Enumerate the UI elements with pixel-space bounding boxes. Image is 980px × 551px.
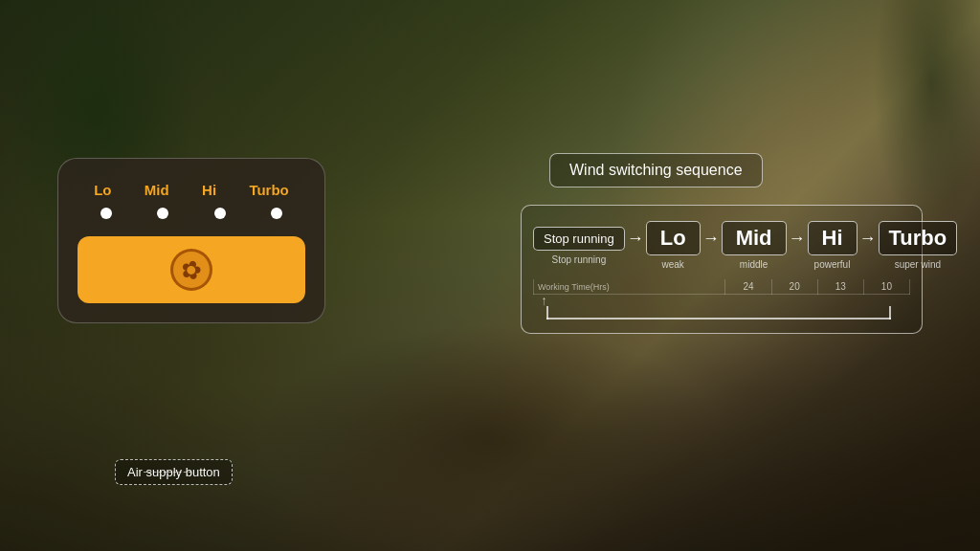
sequence-flow: Stop running Stop running → Lo weak → Mi… [533,221,910,270]
table-row: Working Time(Hrs) 24 20 13 10 [534,279,910,295]
air-supply-button[interactable]: ✿ [78,236,305,303]
seq-box-hi: Hi [808,221,858,255]
table-cell-turbo: 10 [863,279,909,295]
seq-sublabel-mid: middle [740,259,768,270]
fan-symbol: ✿ [177,253,205,287]
seq-box-mid: Mid [722,221,787,255]
mode-label-lo: Lo [94,182,111,198]
mode-dot-mid[interactable] [157,208,168,219]
seq-item-turbo: Turbo super wind [879,221,958,270]
loop-up-arrow-icon: ↑ [542,293,546,308]
arrow-2: → [702,229,720,249]
arrow-1: → [627,229,644,249]
mode-dot-lo[interactable] [100,208,112,219]
seq-box-stop: Stop running [533,227,625,251]
mode-label-turbo: Turbo [249,182,288,198]
table-cell-lo: 24 [725,279,771,295]
wind-sequence-title: Wind switching sequence [549,153,763,187]
dashed-connector-line [144,472,191,473]
mode-label-hi: Hi [202,182,216,198]
seq-box-lo: Lo [646,221,701,255]
arrow-3: → [789,229,806,249]
fan-icon: ✿ [170,249,212,291]
loop-arrow: ↑ [533,300,910,320]
seq-sublabel-hi: powerful [814,259,851,270]
table-row-label: Working Time(Hrs) [534,279,725,295]
wind-panel: Wind switching sequence Stop running Sto… [521,153,923,334]
table-cell-hi: 13 [817,279,863,295]
working-time-table: Working Time(Hrs) 24 20 13 10 [533,279,910,295]
seq-item-hi: Hi powerful [808,221,858,270]
device-panel: Lo Mid Hi Turbo ✿ [57,158,325,323]
seq-sublabel-turbo: super wind [895,259,941,270]
mode-labels: Lo Mid Hi Turbo [78,182,305,198]
arrow-4: → [859,229,877,249]
mode-label-mid: Mid [145,182,169,198]
mode-dots [78,208,305,219]
seq-sublabel-stop: Stop running [552,254,607,265]
seq-box-turbo: Turbo [879,221,958,255]
seq-item-stop: Stop running Stop running [533,227,625,265]
table-cell-mid: 20 [771,279,817,295]
sequence-container: Stop running Stop running → Lo weak → Mi… [521,205,923,334]
mode-dot-hi[interactable] [214,208,226,219]
seq-sublabel-lo: weak [662,259,684,270]
seq-item-mid: Mid middle [722,221,787,270]
seq-item-lo: Lo weak [646,221,701,270]
main-content: Lo Mid Hi Turbo ✿ Air supply button Wind… [0,0,980,551]
air-supply-label-container: Air supply button [115,459,233,485]
loop-right-line [889,306,891,320]
mode-dot-turbo[interactable] [271,208,282,219]
loop-line: ↑ [546,300,891,320]
